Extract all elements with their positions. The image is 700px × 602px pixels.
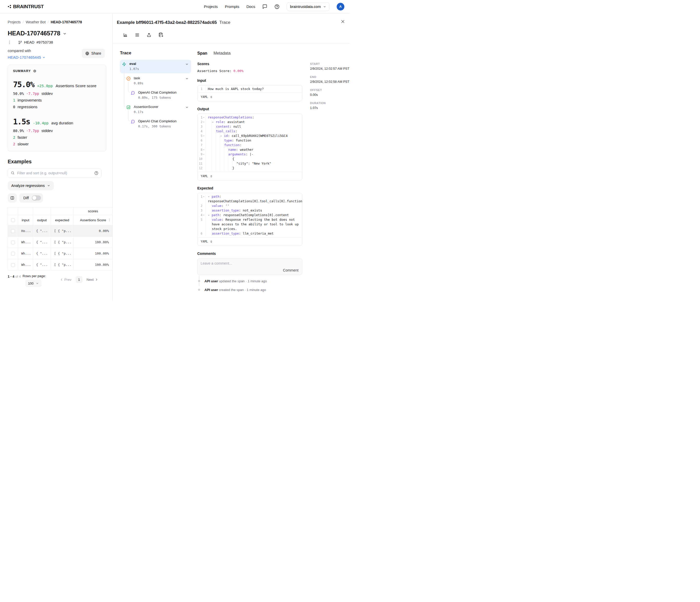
row-checkbox[interactable] <box>11 240 15 244</box>
export-icon[interactable] <box>147 32 151 38</box>
column-header-expected[interactable]: expected <box>51 215 74 225</box>
breadcrumb-separator: / <box>48 20 49 24</box>
chevron-down-icon[interactable] <box>185 63 189 66</box>
code-line: 7function: <box>198 143 302 147</box>
cell-expected[interactable]: [ { "p... <box>51 248 74 259</box>
table-row[interactable]: Ho...{ "...[ { "p...0.00% <box>8 225 113 237</box>
nav-prompts[interactable]: Prompts <box>225 4 239 9</box>
cell-score[interactable]: 100.00% <box>74 237 113 248</box>
score-big-value: 75.0% <box>13 80 34 89</box>
kebab-menu-icon[interactable]: ⋮ <box>8 40 11 45</box>
line-number: 4 <box>201 129 202 134</box>
cell-output[interactable]: { "... <box>33 248 51 259</box>
add-to-dataset-icon[interactable] <box>158 32 164 38</box>
span-duration: 0.17s, 300 tokens <box>138 124 189 128</box>
comment-input[interactable] <box>198 259 276 275</box>
chevron-down-icon[interactable] <box>185 77 189 80</box>
row-checkbox[interactable] <box>11 252 15 256</box>
fold-chevron-icon[interactable] <box>202 194 205 199</box>
cell-expected[interactable]: [ { "p... <box>51 225 74 237</box>
cell-input[interactable]: Wh... <box>18 259 33 270</box>
title-chevron-icon[interactable] <box>63 32 67 35</box>
org-switcher[interactable]: braintrustdata.com <box>287 2 329 11</box>
bar-chart-square-icon <box>126 105 131 110</box>
fold-chevron-icon[interactable] <box>202 213 205 217</box>
output-format-select[interactable]: YAML <box>198 172 302 180</box>
gear-icon[interactable]: ⚙ <box>33 69 36 73</box>
trace-node-openai-chat-completion[interactable]: OpenAI Chat Completion0.17s, 300 tokens <box>120 117 191 131</box>
cell-input[interactable]: Ho... <box>18 225 33 237</box>
column-header-input[interactable]: input <box>18 215 33 225</box>
row-checkbox[interactable] <box>11 263 15 267</box>
avatar[interactable]: A <box>337 3 344 10</box>
updown-chevron-icon <box>210 96 212 98</box>
fold-chevron-icon[interactable] <box>202 115 205 120</box>
list-view-icon[interactable] <box>135 32 140 38</box>
column-header-output[interactable]: output <box>33 215 51 225</box>
diff-toggle[interactable] <box>32 195 41 200</box>
code-text: name: weather <box>206 147 302 152</box>
fold-chevron-icon[interactable] <box>202 152 205 156</box>
cell-input[interactable]: Wh... <box>18 248 33 259</box>
rows-per-page-select[interactable]: 100 <box>25 280 42 287</box>
table-row[interactable]: Wh...{ "...[ { "p...100.00% <box>8 248 113 259</box>
current-page[interactable]: 1 <box>76 276 82 283</box>
cell-input[interactable]: Wh... <box>18 237 33 248</box>
analyze-regressions-button[interactable]: Analyze regressions <box>8 181 54 190</box>
column-menu-icon[interactable]: ⋮ <box>108 218 111 222</box>
column-layout-button[interactable] <box>8 193 17 202</box>
top-nav: BRAINTRUST Projects Prompts Docs braintr… <box>0 0 350 13</box>
input-format-select[interactable]: YAML <box>198 93 302 101</box>
fold-chevron-icon[interactable] <box>202 120 205 124</box>
cell-expected[interactable]: [ { "p... <box>51 259 74 270</box>
activity-item: API user created the span · 1 minute ago <box>204 288 302 292</box>
trace-node-assertionscorer[interactable]: AssertionScorer0.17s <box>120 103 191 116</box>
cell-output[interactable]: { "... <box>33 225 51 237</box>
tab-span[interactable]: Span <box>197 51 207 56</box>
table-row[interactable]: Wh...{ "...[ { "p...100.00% <box>8 259 113 270</box>
row-checkbox-cell <box>8 259 18 270</box>
cell-output[interactable]: { "... <box>33 237 51 248</box>
chevron-down-icon[interactable] <box>185 106 189 109</box>
breadcrumb-item[interactable]: Projects <box>8 20 21 24</box>
tab-metadata[interactable]: Metadata <box>214 51 231 56</box>
comment-button[interactable]: Comment <box>283 268 299 272</box>
select-all-checkbox[interactable] <box>11 218 15 222</box>
chart-view-icon[interactable] <box>123 32 128 38</box>
feedback-icon[interactable] <box>262 4 267 9</box>
column-header-score[interactable]: Assertions Score ⋮ <box>74 215 113 225</box>
share-button[interactable]: Share <box>82 49 105 58</box>
fold-chevron-icon[interactable] <box>202 147 205 152</box>
fold-chevron-icon[interactable] <box>202 134 205 138</box>
code-text: assertion_type: llm_criteria_met <box>206 231 302 236</box>
close-icon[interactable] <box>341 20 345 24</box>
cell-score[interactable]: 100.00% <box>74 259 113 270</box>
cell-output[interactable]: { "... <box>33 259 51 270</box>
cell-expected[interactable]: [ { "p... <box>51 237 74 248</box>
code-text: - path: responseChatCompletions[0].conte… <box>206 213 302 217</box>
braintrust-logo[interactable]: BRAINTRUST <box>8 4 44 9</box>
filter-help-icon[interactable] <box>94 171 98 175</box>
trace-node-task[interactable]: task0.89s <box>120 74 191 88</box>
nav-projects[interactable]: Projects <box>204 4 218 9</box>
nav-docs[interactable]: Docs <box>247 4 255 9</box>
breadcrumb-item[interactable]: Weather Bot <box>26 20 46 24</box>
help-icon[interactable] <box>274 4 279 9</box>
chevron-down-icon <box>36 282 39 285</box>
filter-input[interactable] <box>8 168 101 178</box>
prev-page-button[interactable]: Prev <box>60 278 72 282</box>
next-page-button[interactable]: Next <box>86 278 98 282</box>
code-text: { <box>206 156 302 161</box>
trace-node-eval[interactable]: eval1.07s <box>120 60 191 73</box>
span-name: AssertionScorer <box>134 105 185 109</box>
fold-spacer <box>202 138 205 143</box>
table-row[interactable]: Wh...{ "...[ { "p...100.00% <box>8 237 113 248</box>
compared-experiment-link[interactable]: HEAD-1707465445 <box>8 55 45 59</box>
row-checkbox[interactable] <box>11 229 15 233</box>
trace-tree-panel: Trace eval1.07stask0.89sOpenAI Chat Comp… <box>120 50 191 297</box>
fold-spacer <box>202 166 205 170</box>
cell-score[interactable]: 0.00% <box>74 225 113 237</box>
cell-score[interactable]: 100.00% <box>74 248 113 259</box>
trace-node-openai-chat-completion[interactable]: OpenAI Chat Completion0.89s, 175 tokens <box>120 89 191 102</box>
expected-format-select[interactable]: YAML <box>198 237 302 246</box>
